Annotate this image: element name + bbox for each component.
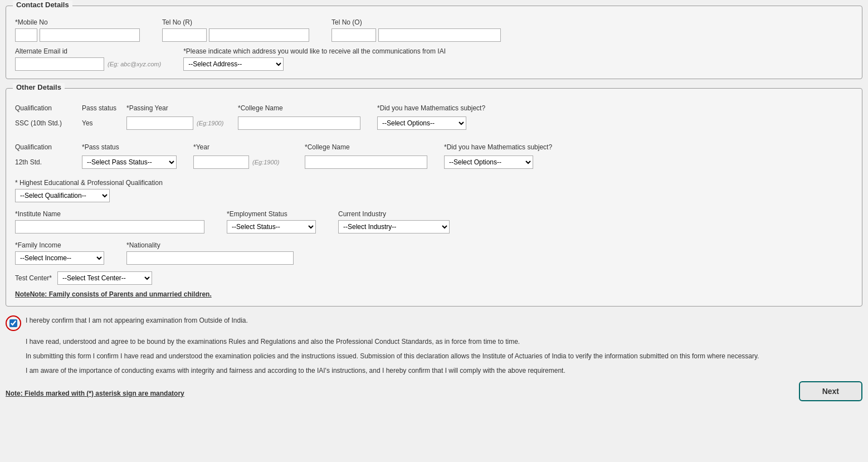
nationality-label: *Nationality xyxy=(126,241,294,249)
mobile-field-group: *Mobile No +91 8247718936 xyxy=(15,18,140,42)
highest-qual-select[interactable]: --Select Qualification-- Graduate Post G… xyxy=(15,189,110,202)
income-label: *Family Income xyxy=(15,241,104,249)
twelfth-year-input[interactable] xyxy=(193,155,249,169)
twelfth-qual-value: 12th Std. xyxy=(15,153,82,171)
twelfth-table: Qualification *Pass status *Year *Colleg… xyxy=(15,141,853,171)
other-details-section: Other Details Qualification Pass status … xyxy=(6,88,862,307)
tel-r-label: Tel No (R) xyxy=(162,18,309,26)
contact-section-title: Contact Details xyxy=(13,1,72,9)
ssc-year-hint: (Eg:1900) xyxy=(197,120,223,127)
tel-o-input1[interactable] xyxy=(331,28,376,42)
institute-input[interactable] xyxy=(15,220,204,234)
institute-label: *Institute Name xyxy=(15,210,204,218)
nationality-input[interactable] xyxy=(126,251,294,265)
twelfth-college-header: *College Name xyxy=(305,141,444,153)
tel-r-input2[interactable] xyxy=(209,28,309,42)
ssc-table: Qualification Pass status *Passing Year … xyxy=(15,102,853,132)
confirmation-checkbox[interactable] xyxy=(9,319,17,327)
twelfth-qual-header: Qualification xyxy=(15,141,82,153)
nationality-field-group: *Nationality xyxy=(126,241,294,265)
ssc-college-input[interactable] xyxy=(238,116,360,130)
country-code-input[interactable]: +91 xyxy=(15,28,37,42)
highest-qual-label: * Highest Educational & Professional Qua… xyxy=(15,179,853,187)
alt-email-input[interactable] xyxy=(15,57,104,71)
mobile-label: *Mobile No xyxy=(15,18,140,26)
employment-select[interactable]: --Select Status-- Employed Self Employed… xyxy=(227,220,316,234)
tel-r-input1[interactable] xyxy=(162,28,207,42)
twelfth-math-select[interactable]: --Select Options-- Yes No xyxy=(444,155,533,169)
mandatory-note: Note: Fields marked with (*) asterisk si… xyxy=(6,390,184,397)
tel-o-field-group: Tel No (O) xyxy=(331,18,501,42)
ssc-year-header: *Passing Year xyxy=(126,102,238,114)
ssc-math-select[interactable]: --Select Options-- Yes No xyxy=(377,116,466,130)
declaration-section: I hereby confirm that I am not appearing… xyxy=(6,315,862,376)
twelfth-row: 12th Std. --Select Pass Status-- Pass Fa… xyxy=(15,153,853,171)
note-label: Note xyxy=(6,390,21,397)
declaration-para3: I am aware of the importance of conducti… xyxy=(6,366,862,376)
other-section-title: Other Details xyxy=(13,83,65,91)
ssc-year-input[interactable] xyxy=(126,116,193,130)
declaration-para1: I have read, understood and agree to be … xyxy=(6,337,862,347)
employment-label: *Employment Status xyxy=(227,210,316,218)
comm-address-label: *Please indicate which address you would… xyxy=(183,47,446,55)
contact-details-section: Contact Details *Mobile No +91 824771893… xyxy=(6,6,862,79)
twelfth-college-input[interactable] xyxy=(305,155,427,169)
tel-o-label: Tel No (O) xyxy=(331,18,501,26)
ssc-qual-value: SSC (10th Std.) xyxy=(15,114,82,132)
income-field-group: *Family Income --Select Income-- Below 1… xyxy=(15,241,104,265)
ssc-math-header: *Did you have Mathematics subject? xyxy=(377,102,853,114)
ssc-pass-status-value: Yes xyxy=(82,114,126,132)
ssc-row: SSC (10th Std.) Yes (Eg:1900) --Select O xyxy=(15,114,853,132)
confirmation-checkbox-area: I hereby confirm that I am not appearing… xyxy=(6,315,862,331)
checkbox-circle xyxy=(6,315,21,331)
ssc-pass-status-header: Pass status xyxy=(82,102,126,114)
confirmation-text: I hereby confirm that I am not appearing… xyxy=(26,315,248,325)
industry-label: Current Industry xyxy=(338,210,450,218)
alt-email-field-group: Alternate Email id (Eg: abc@xyz.com) xyxy=(15,47,161,71)
comm-address-select[interactable]: --Select Address-- Permanent Address Cor… xyxy=(183,57,284,71)
ssc-college-header: *College Name xyxy=(238,102,377,114)
twelfth-year-header: *Year xyxy=(193,141,305,153)
mobile-input[interactable]: 8247718936 xyxy=(40,28,140,42)
ssc-qual-header: Qualification xyxy=(15,102,82,114)
tel-o-input2[interactable] xyxy=(378,28,501,42)
alt-email-label: Alternate Email id xyxy=(15,47,161,55)
tel-r-field-group: Tel No (R) xyxy=(162,18,309,42)
family-note: NoteNote: Family consists of Parents and… xyxy=(15,290,853,298)
employment-field-group: *Employment Status --Select Status-- Emp… xyxy=(227,210,316,234)
test-center-label: Test Center* xyxy=(15,274,52,282)
twelfth-math-header: *Did you have Mathematics subject? xyxy=(444,141,853,153)
comm-address-field-group: *Please indicate which address you would… xyxy=(183,47,446,71)
email-hint: (Eg: abc@xyz.com) xyxy=(108,61,161,67)
industry-select[interactable]: --Select Industry-- Finance IT Insurance… xyxy=(338,220,450,234)
industry-field-group: Current Industry --Select Industry-- Fin… xyxy=(338,210,450,234)
declaration-para2: In submitting this form I confirm I have… xyxy=(6,351,862,361)
twelfth-year-hint: (Eg:1900) xyxy=(252,159,279,166)
twelfth-pass-status-header: *Pass status xyxy=(82,141,193,153)
institute-field-group: *Institute Name xyxy=(15,210,204,234)
twelfth-pass-status-select[interactable]: --Select Pass Status-- Pass Fail Awaited xyxy=(82,155,177,169)
income-select[interactable]: --Select Income-- Below 1 Lakh 1-5 Lakh … xyxy=(15,251,104,265)
note-text: : Fields marked with (*) asterisk sign a… xyxy=(21,390,184,397)
test-center-select[interactable]: --Select Test Center-- Mumbai Delhi Chen… xyxy=(57,271,152,285)
next-button[interactable]: Next xyxy=(799,381,862,401)
